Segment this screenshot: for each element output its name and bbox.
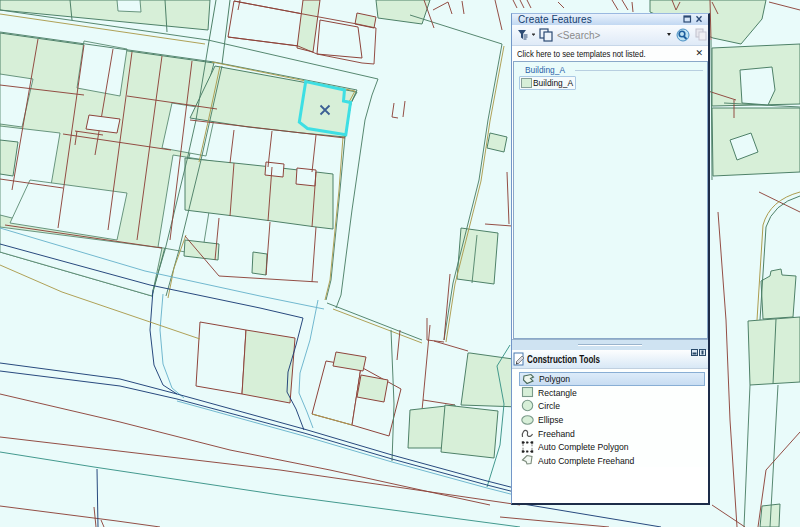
svg-text:<Search>: <Search> [557, 30, 601, 41]
